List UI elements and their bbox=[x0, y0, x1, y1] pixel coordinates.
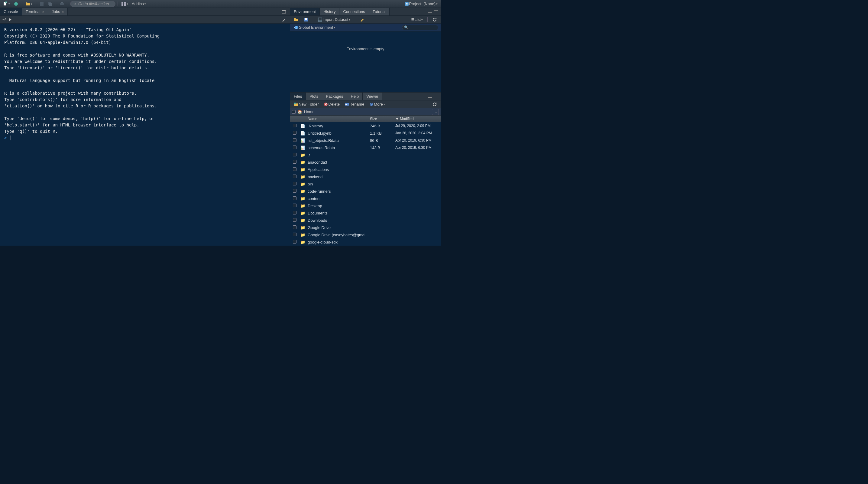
open-file-button[interactable]: ▾ bbox=[24, 1, 34, 7]
addins-button[interactable]: Addins ▾ bbox=[130, 1, 147, 7]
row-checkbox[interactable] bbox=[293, 124, 297, 127]
new-file-button[interactable]: + ▾ bbox=[2, 1, 11, 7]
file-name[interactable]: google-cloud-sdk bbox=[306, 240, 370, 245]
breadcrumb-home[interactable]: Home bbox=[304, 110, 315, 114]
save-workspace-button[interactable] bbox=[302, 17, 309, 23]
file-name[interactable]: list_objects.Rdata bbox=[306, 138, 370, 143]
print-button[interactable] bbox=[58, 1, 66, 7]
file-row[interactable]: 📁Desktop bbox=[290, 202, 441, 209]
col-name[interactable]: Name bbox=[306, 117, 370, 121]
file-row[interactable]: 📁google-cloud-sdk bbox=[290, 238, 441, 246]
row-checkbox[interactable] bbox=[293, 174, 297, 178]
console-go-button[interactable] bbox=[8, 17, 13, 23]
row-checkbox[interactable] bbox=[293, 240, 297, 244]
refresh-files-button[interactable] bbox=[431, 101, 438, 107]
tab-plots[interactable]: Plots bbox=[306, 92, 322, 100]
row-checkbox[interactable] bbox=[293, 145, 297, 149]
file-name[interactable]: code-runners bbox=[306, 189, 370, 194]
env-scope-button[interactable]: Global Environment ▾ bbox=[292, 25, 336, 31]
row-checkbox[interactable] bbox=[293, 131, 297, 135]
file-row[interactable]: 📁Google Drive (caseybates@gmai… bbox=[290, 231, 441, 238]
close-icon[interactable]: × bbox=[42, 10, 44, 13]
file-row[interactable]: 📄Untitled.ipynb1.1 KBJan 28, 2020, 3:04 … bbox=[290, 130, 441, 137]
minimize-pane-button[interactable] bbox=[428, 95, 432, 98]
tools-button[interactable]: ▾ bbox=[120, 1, 129, 7]
console-output[interactable]: R version 4.0.2 (2020-06-22) -- "Taking … bbox=[0, 24, 290, 246]
refresh-env-button[interactable] bbox=[431, 17, 438, 23]
file-name[interactable]: Desktop bbox=[306, 204, 370, 208]
file-row[interactable]: 📁backend bbox=[290, 173, 441, 180]
maximize-pane-button[interactable] bbox=[434, 10, 438, 13]
save-button[interactable] bbox=[38, 1, 45, 7]
file-name[interactable]: Untitled.ipynb bbox=[306, 131, 370, 136]
file-name[interactable]: Google Drive bbox=[306, 225, 370, 230]
file-row[interactable]: 📁Downloads bbox=[290, 217, 441, 224]
file-name[interactable]: Google Drive (caseybates@gmai… bbox=[306, 233, 370, 237]
tab-tutorial[interactable]: Tutorial bbox=[369, 8, 390, 16]
clear-workspace-button[interactable] bbox=[359, 17, 366, 23]
new-folder-button[interactable]: + New Folder bbox=[292, 101, 320, 107]
clear-console-button[interactable] bbox=[280, 17, 287, 23]
row-checkbox[interactable] bbox=[293, 233, 297, 236]
delete-button[interactable]: Delete bbox=[322, 101, 341, 107]
row-checkbox[interactable] bbox=[293, 189, 297, 193]
file-row[interactable]: 📁code-runners bbox=[290, 188, 441, 195]
popout-button[interactable] bbox=[280, 9, 287, 15]
file-row[interactable]: 📁content bbox=[290, 195, 441, 202]
select-all-checkbox[interactable] bbox=[292, 110, 296, 114]
save-all-button[interactable] bbox=[46, 1, 54, 7]
row-checkbox[interactable] bbox=[293, 211, 297, 215]
file-name[interactable]: anaconda3 bbox=[306, 160, 370, 165]
tab-jobs[interactable]: Jobs × bbox=[48, 8, 68, 16]
tab-history[interactable]: History bbox=[320, 8, 339, 16]
row-checkbox[interactable] bbox=[293, 182, 297, 186]
file-name[interactable]: .r bbox=[306, 153, 370, 157]
maximize-pane-button[interactable] bbox=[434, 95, 438, 98]
row-checkbox[interactable] bbox=[293, 218, 297, 222]
tab-files[interactable]: Files bbox=[290, 92, 306, 100]
tab-terminal[interactable]: Terminal × bbox=[22, 8, 49, 16]
tab-packages[interactable]: Packages bbox=[322, 92, 347, 100]
row-checkbox[interactable] bbox=[293, 138, 297, 142]
more-path-button[interactable]: … bbox=[432, 109, 439, 115]
file-name[interactable]: content bbox=[306, 196, 370, 201]
row-checkbox[interactable] bbox=[293, 160, 297, 164]
file-name[interactable]: Documents bbox=[306, 211, 370, 216]
close-icon[interactable]: × bbox=[62, 10, 64, 13]
file-row[interactable]: 📁anaconda3 bbox=[290, 159, 441, 166]
file-name[interactable]: backend bbox=[306, 174, 370, 179]
file-name[interactable]: .Rhistory bbox=[306, 124, 370, 128]
row-checkbox[interactable] bbox=[293, 225, 297, 229]
file-name[interactable]: Downloads bbox=[306, 218, 370, 223]
env-search-input[interactable]: 🔍 bbox=[402, 25, 438, 30]
project-menu[interactable]: R Project: (None) ▾ bbox=[403, 1, 439, 7]
file-row[interactable]: 📁.r bbox=[290, 151, 441, 159]
tab-viewer[interactable]: Viewer bbox=[363, 92, 382, 100]
import-dataset-button[interactable]: Import Dataset ▾ bbox=[316, 17, 351, 23]
row-checkbox[interactable] bbox=[293, 196, 297, 200]
file-row[interactable]: 📁bin bbox=[290, 180, 441, 188]
file-row[interactable]: 📁Applications bbox=[290, 166, 441, 173]
file-name[interactable]: Applications bbox=[306, 167, 370, 172]
file-name[interactable]: schemas.Rdata bbox=[306, 145, 370, 150]
tab-environment[interactable]: Environment bbox=[290, 8, 320, 16]
row-checkbox[interactable] bbox=[293, 153, 297, 156]
tab-help[interactable]: Help bbox=[347, 92, 363, 100]
col-modified[interactable]: ▼ Modified bbox=[395, 117, 441, 121]
row-checkbox[interactable] bbox=[293, 167, 297, 171]
minimize-pane-button[interactable] bbox=[428, 10, 432, 13]
tab-connections[interactable]: Connections bbox=[339, 8, 369, 16]
goto-file-input[interactable]: Go to file/function bbox=[70, 1, 116, 7]
file-row[interactable]: 📄.Rhistory746 BJul 29, 2020, 2:09 PM bbox=[290, 122, 441, 130]
new-project-button[interactable] bbox=[12, 1, 20, 7]
home-icon[interactable]: 🏠 bbox=[298, 110, 302, 114]
file-row[interactable]: 📁Documents bbox=[290, 209, 441, 217]
file-row[interactable]: 📊list_objects.Rdata86 BApr 20, 2019, 6:3… bbox=[290, 137, 441, 144]
tab-console[interactable]: Console bbox=[0, 8, 22, 16]
file-name[interactable]: bin bbox=[306, 182, 370, 186]
file-row[interactable]: 📁Google Drive bbox=[290, 224, 441, 231]
col-size[interactable]: Size bbox=[370, 117, 395, 121]
rename-button[interactable]: Rename bbox=[343, 101, 365, 107]
list-view-button[interactable]: List ▾ bbox=[410, 17, 424, 23]
row-checkbox[interactable] bbox=[293, 204, 297, 207]
